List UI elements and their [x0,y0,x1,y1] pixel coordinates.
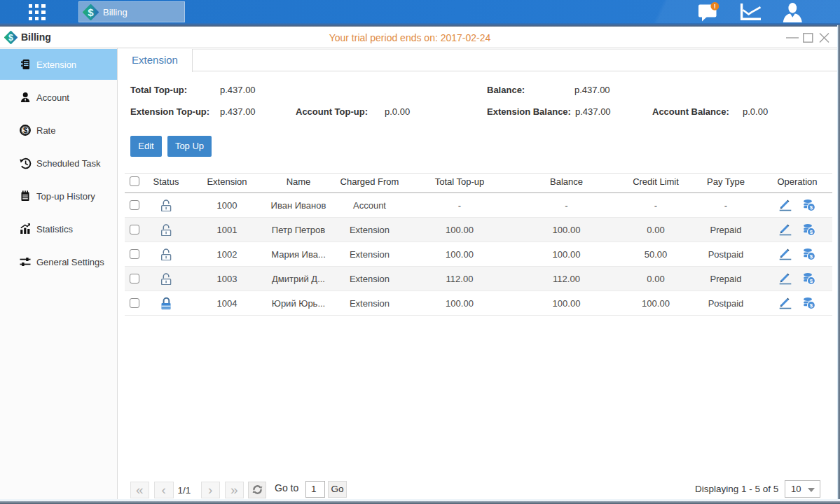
svg-text:$: $ [810,278,813,284]
svg-text:!: ! [714,3,716,10]
svg-text:$: $ [88,6,94,18]
svg-text:$: $ [810,204,813,211]
svg-text:$: $ [810,302,813,309]
svg-text:$: $ [810,229,813,235]
svg-text:$: $ [810,253,813,260]
svg-text:$: $ [23,126,27,134]
